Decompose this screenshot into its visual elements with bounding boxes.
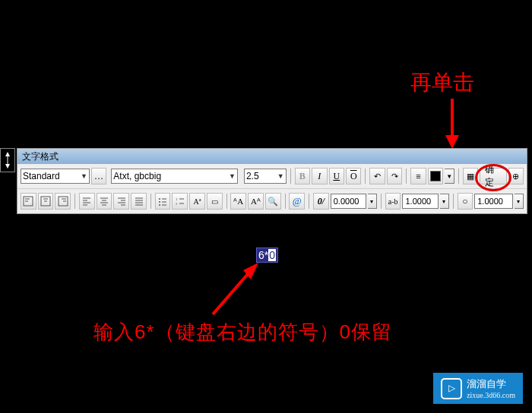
chevron-down-icon: ▼ <box>229 172 236 180</box>
toolbar-row-2: 12 Aª ▭ ᴬA Aᴬ 🔍 @ 0/ 0.0000 ▾ a-b 1.0000… <box>17 188 527 213</box>
options-button[interactable]: ⊕ <box>508 168 524 184</box>
color-swatch-icon <box>430 171 441 181</box>
separator <box>381 194 382 209</box>
oblique-button[interactable]: 0/ <box>313 193 329 210</box>
ruler-icon: ▦ <box>467 172 474 181</box>
uppercase-button[interactable]: Aª <box>189 193 205 210</box>
svg-marker-3 <box>5 152 10 156</box>
options-icon: ⊕ <box>512 172 519 181</box>
list-icon <box>157 196 168 206</box>
justify-right-button[interactable] <box>113 193 129 210</box>
svg-marker-1 <box>445 135 459 149</box>
separator <box>458 169 459 184</box>
lookup-icon: 🔍 <box>268 197 278 206</box>
redo-button[interactable]: ↷ <box>387 168 402 184</box>
field-icon: ▭ <box>211 197 218 206</box>
symbol-button[interactable]: @ <box>289 193 305 210</box>
oblique-angle-input[interactable]: 0.0000 <box>331 194 366 209</box>
width-factor-input[interactable]: 1.0000 <box>474 194 513 209</box>
justify-full-button[interactable] <box>131 193 147 210</box>
tracking-icon: a-b <box>388 197 398 206</box>
svg-text:2: 2 <box>176 202 178 206</box>
align-icon <box>58 196 68 206</box>
at-icon: @ <box>293 195 302 207</box>
undo-button[interactable]: ↶ <box>369 168 385 184</box>
tracking-stepper[interactable]: ▾ <box>440 194 449 209</box>
svg-point-32 <box>159 201 160 203</box>
separator <box>285 194 286 209</box>
toolbar-row-1: Standard ▼ … A txt, gbcbig ▼ 2.5 ▼ B I U… <box>17 164 527 188</box>
align-top-left-button[interactable] <box>21 193 36 210</box>
numbered-list-button[interactable]: 12 <box>172 193 188 210</box>
watermark-text: 溜溜自学 zixue.3d66.com <box>467 377 515 399</box>
tracking-input[interactable]: 1.0000 <box>402 194 438 209</box>
chevron-down-icon: ▼ <box>277 172 284 180</box>
toolbar-title: 文字格式 <box>17 149 527 164</box>
text-size-combo[interactable]: 2.5 ▼ <box>244 169 287 184</box>
play-logo-icon: ▷ <box>441 378 462 399</box>
dimension-marker <box>0 148 15 172</box>
watermark-brand: 溜溜自学 <box>467 377 515 391</box>
stack-icon: ≡ <box>416 172 420 181</box>
insert-field-button[interactable]: ▭ <box>207 193 223 210</box>
case-icon: Aª <box>194 197 201 206</box>
watermark-url: zixue.3d66.com <box>467 391 515 399</box>
arrow-to-input-icon <box>207 260 268 320</box>
mtext-cursor-char: 0 <box>268 249 276 261</box>
font-type-icon: A <box>113 171 119 181</box>
justify-center-button[interactable] <box>97 193 112 210</box>
ok-button[interactable]: 确定 <box>480 168 506 184</box>
redo-icon: ↷ <box>391 172 398 181</box>
svg-point-34 <box>159 204 160 206</box>
color-dropdown[interactable]: ▼ <box>445 169 454 184</box>
separator <box>309 194 309 209</box>
text-style-value: Standard <box>23 171 60 181</box>
annotation-click-again: 再单击 <box>410 68 474 97</box>
text-style-combo[interactable]: Standard ▼ <box>21 169 90 184</box>
separator <box>453 194 454 209</box>
separator <box>226 194 227 209</box>
oblique-icon: 0/ <box>318 196 325 207</box>
justify-left-button[interactable] <box>79 193 95 210</box>
bullet-list-button[interactable] <box>155 193 171 210</box>
superscript-icon: ᴬA <box>233 197 243 206</box>
italic-button[interactable]: I <box>312 168 327 184</box>
width-icon: ○ <box>462 196 467 207</box>
justify-icon <box>99 196 109 206</box>
bold-button[interactable]: B <box>295 168 310 184</box>
tracking-button[interactable]: a-b <box>385 193 401 210</box>
width-stepper[interactable]: ▾ <box>515 194 524 209</box>
text-format-toolbar: 文字格式 Standard ▼ … A txt, gbcbig ▼ 2.5 ▼ … <box>17 148 527 214</box>
separator <box>406 169 407 184</box>
style-browse-button[interactable]: … <box>91 168 106 184</box>
undo-icon: ↶ <box>374 172 381 181</box>
font-value: txt, gbcbig <box>119 171 161 181</box>
subscript-icon: Aᴬ <box>251 197 261 206</box>
align-icon <box>40 196 51 206</box>
color-button[interactable] <box>428 168 443 184</box>
justify-icon <box>116 196 127 206</box>
annotation-instruction: 输入6*（键盘右边的符号）0保留 <box>93 319 392 345</box>
oblique-stepper[interactable]: ▾ <box>368 194 377 209</box>
subscript-button[interactable]: Aᴬ <box>248 193 264 210</box>
chevron-down-icon: ▼ <box>81 172 87 180</box>
text-size-value: 2.5 <box>246 171 259 181</box>
arrow-down-icon <box>441 99 464 150</box>
underline-button[interactable]: U <box>329 168 344 184</box>
svg-line-40 <box>213 269 252 314</box>
justify-icon <box>81 196 92 206</box>
svg-marker-4 <box>5 164 10 169</box>
separator <box>150 194 151 209</box>
overline-button[interactable]: O <box>346 168 361 184</box>
font-combo[interactable]: A txt, gbcbig ▼ <box>111 169 238 184</box>
align-top-right-button[interactable] <box>55 193 71 210</box>
justify-icon <box>134 196 144 206</box>
svg-text:1: 1 <box>176 197 178 201</box>
ruler-button[interactable]: ▦ <box>463 168 478 184</box>
width-factor-button[interactable]: ○ <box>458 193 473 210</box>
stack-button[interactable]: ≡ <box>410 168 426 184</box>
superscript-button[interactable]: ᴬA <box>230 193 246 210</box>
separator <box>290 169 291 184</box>
align-top-center-button[interactable] <box>38 193 54 210</box>
symbol-lookup-button[interactable]: 🔍 <box>265 193 281 210</box>
